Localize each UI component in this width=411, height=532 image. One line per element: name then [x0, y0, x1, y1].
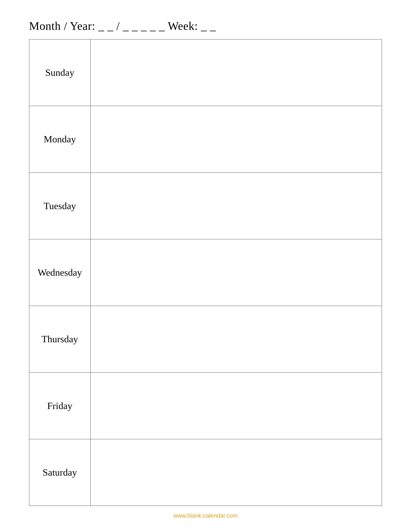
day-label: Friday — [29, 372, 90, 439]
day-content-area[interactable] — [90, 372, 382, 439]
calendar-row: Thursday — [29, 306, 382, 372]
day-content-area[interactable] — [90, 306, 382, 372]
calendar-row: Tuesday — [29, 173, 382, 239]
day-content-area[interactable] — [90, 39, 382, 106]
day-label: Tuesday — [29, 173, 90, 239]
day-label: Monday — [29, 106, 90, 172]
day-content-area[interactable] — [90, 106, 382, 172]
header-title: Month / Year: _ _ / _ _ _ _ _ Week: _ _ — [29, 19, 216, 33]
day-content-area[interactable] — [90, 173, 382, 239]
day-label: Sunday — [29, 39, 90, 106]
day-label: Saturday — [29, 439, 90, 506]
footer: www.blank-calendar.com — [173, 512, 238, 519]
day-content-area[interactable] — [90, 439, 382, 506]
day-label: Thursday — [29, 306, 90, 372]
day-label: Wednesday — [29, 239, 90, 306]
calendar-row: Wednesday — [29, 239, 382, 306]
calendar-row: Sunday — [29, 39, 382, 106]
calendar-table: SundayMondayTuesdayWednesdayThursdayFrid… — [29, 39, 382, 506]
calendar-row: Monday — [29, 106, 382, 172]
calendar-row: Friday — [29, 372, 382, 439]
calendar-header: Month / Year: _ _ / _ _ _ _ _ Week: _ _ — [29, 19, 382, 33]
footer-url: www.blank-calendar.com — [173, 512, 238, 519]
calendar-row: Saturday — [29, 439, 382, 506]
day-content-area[interactable] — [90, 239, 382, 306]
